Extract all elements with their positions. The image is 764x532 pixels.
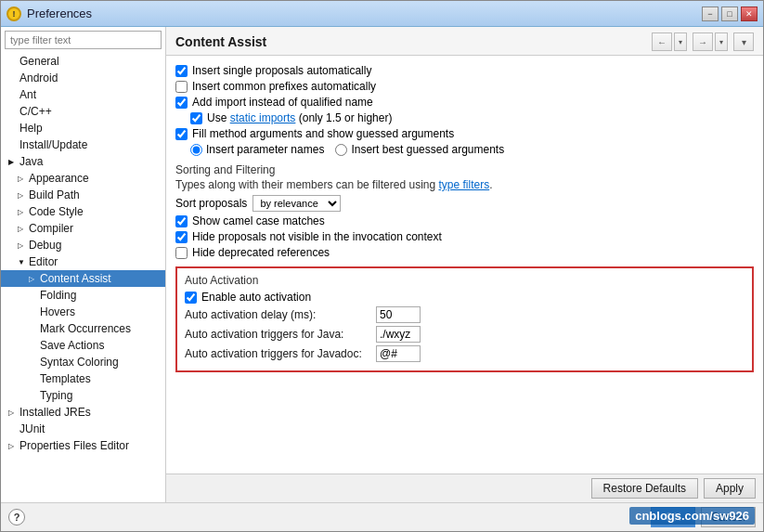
sort-label: Sort proposals [175, 197, 247, 210]
activation-java-label: Auto activation triggers for Java: [185, 328, 370, 341]
checkbox-enable-auto: Enable auto activation [185, 291, 745, 304]
tree-item-cpp[interactable]: C/C++ [1, 103, 165, 120]
restore-defaults-button[interactable]: Restore Defaults [591, 478, 698, 499]
checkbox-fill-method-label: Fill method arguments and show guessed a… [192, 127, 454, 140]
radio-option1: Insert parameter names [190, 143, 324, 156]
tree-item-appearance[interactable]: ▷Appearance [1, 170, 165, 187]
preferences-window: ! Preferences − □ ✕ General Android Ant … [0, 0, 764, 532]
help-icon[interactable]: ? [8, 509, 25, 526]
sort-select[interactable]: by relevance alphabetically [253, 195, 341, 212]
tree-container: General Android Ant C/C++ Help Install/U… [1, 53, 165, 502]
type-filters-link[interactable]: type filters [438, 178, 489, 191]
title-bar: ! Preferences − □ ✕ [1, 1, 763, 27]
tree-item-ant[interactable]: Ant [1, 86, 165, 103]
tree-item-installedjres[interactable]: ▷Installed JREs [1, 404, 165, 421]
close-button[interactable]: ✕ [741, 6, 758, 21]
minimize-button[interactable]: − [702, 6, 719, 21]
cancel-button[interactable]: Cancel [701, 507, 756, 527]
checkbox-enable-auto-label: Enable auto activation [201, 291, 311, 304]
checkbox-hide-deprecated-input[interactable] [175, 247, 188, 259]
tree-item-hovers[interactable]: Hovers [1, 304, 165, 320]
tree-item-markoccurrences[interactable]: Mark Occurrences [1, 320, 165, 337]
activation-java-row: Auto activation triggers for Java: [185, 326, 745, 343]
checkbox-hide-deprecated-label: Hide deprecated references [192, 246, 330, 259]
tree-item-propfiles[interactable]: ▷Properties Files Editor [1, 437, 165, 454]
activation-delay-input[interactable] [376, 306, 421, 323]
tree-item-android[interactable]: Android [1, 70, 165, 86]
nav-back-dropdown[interactable]: ▾ [674, 32, 687, 51]
tree-item-buildpath[interactable]: ▷Build Path [1, 187, 165, 203]
tree-item-general[interactable]: General [1, 53, 165, 70]
maximize-button[interactable]: □ [721, 6, 738, 21]
checkbox-use-static-input[interactable] [190, 112, 202, 124]
tree-arrow: ▷ [8, 409, 18, 417]
checkbox-enable-auto-input[interactable] [185, 292, 197, 304]
warning-icon: ! [6, 6, 21, 21]
tree-item-install[interactable]: Install/Update [1, 136, 165, 153]
checkbox-camel-input[interactable] [175, 215, 188, 227]
filter-input[interactable] [5, 31, 162, 49]
checkbox-insert-single-label: Insert single proposals automatically [192, 64, 371, 77]
nav-back-button[interactable]: ← [652, 32, 672, 51]
title-bar-left: ! Preferences [6, 6, 92, 21]
tree-arrow: ▷ [18, 208, 27, 216]
tree-item-syntaxcoloring[interactable]: Syntax Coloring [1, 354, 165, 370]
sorting-desc: Types along with their members can be fi… [175, 178, 754, 191]
checkbox-hide-invocation: Hide proposals not visible in the invoca… [175, 230, 754, 243]
radio-insert-guessed-input[interactable] [335, 144, 347, 156]
tree-item-folding[interactable]: Folding [1, 287, 165, 304]
nav-forward-dropdown[interactable]: ▾ [715, 32, 728, 51]
checkbox-add-import-input[interactable] [175, 97, 188, 109]
right-panel: Content Assist ← ▾ → ▾ ▾ Insert single p… [166, 27, 763, 502]
panel-header: Content Assist ← ▾ → ▾ ▾ [166, 27, 763, 56]
tree-item-codestyle[interactable]: ▷Code Style [1, 203, 165, 220]
activation-javadoc-row: Auto activation triggers for Javadoc: [185, 345, 745, 362]
checkbox-insert-common-label: Insert common prefixes automatically [192, 80, 376, 93]
panel-content: Insert single proposals automatically In… [166, 56, 763, 474]
nav-buttons: ← ▾ → ▾ ▾ [652, 32, 754, 51]
checkbox-hide-invocation-input[interactable] [175, 231, 188, 243]
tree-arrow: ▶ [8, 158, 18, 166]
checkbox-add-import-label: Add import instead of qualified name [192, 96, 373, 109]
sort-row: Sort proposals by relevance alphabetical… [175, 195, 754, 212]
radio-insert-param-input[interactable] [190, 144, 202, 156]
checkbox-insert-single: Insert single proposals automatically [175, 64, 754, 77]
checkbox-camel-label: Show camel case matches [192, 214, 325, 227]
checkbox-insert-single-input[interactable] [175, 65, 188, 77]
checkbox-hide-deprecated: Hide deprecated references [175, 246, 754, 259]
tree-item-saveactions[interactable]: Save Actions [1, 337, 165, 354]
checkbox-insert-common: Insert common prefixes automatically [175, 80, 754, 93]
activation-java-input[interactable] [376, 326, 421, 343]
tree-item-contentassist[interactable]: ▷Content Assist [1, 270, 165, 287]
radio-group: Insert parameter names Insert best guess… [190, 143, 754, 156]
tree-item-templates[interactable]: Templates [1, 370, 165, 387]
checkbox-hide-invocation-label: Hide proposals not visible in the invoca… [192, 230, 442, 243]
static-imports-link[interactable]: static imports [230, 111, 296, 124]
tree-arrow: ▼ [18, 258, 27, 266]
auto-activation-title: Auto Activation [185, 274, 745, 287]
checkbox-camel: Show camel case matches [175, 214, 754, 227]
tree-item-compiler[interactable]: ▷Compiler [1, 220, 165, 237]
checkbox-fill-method: Fill method arguments and show guessed a… [175, 127, 754, 140]
tree-arrow: ▷ [18, 225, 27, 233]
activation-javadoc-input[interactable] [376, 345, 421, 362]
sorting-title: Sorting and Filtering [175, 163, 754, 176]
tree-arrow: ▷ [18, 191, 27, 200]
radio-option2: Insert best guessed arguments [335, 143, 504, 156]
window-title: Preferences [27, 6, 92, 20]
bottom-panel: Restore Defaults Apply [166, 474, 763, 502]
checkbox-use-static-label: Use static imports (only 1.5 or higher) [207, 111, 392, 124]
window-controls: − □ ✕ [702, 6, 758, 21]
tree-item-editor[interactable]: ▼Editor [1, 253, 165, 270]
checkbox-fill-method-input[interactable] [175, 128, 188, 140]
nav-menu-button[interactable]: ▾ [733, 32, 754, 51]
tree-item-junit[interactable]: JUnit [1, 421, 165, 437]
ok-button[interactable]: OK [651, 507, 694, 527]
tree-item-typing[interactable]: Typing [1, 387, 165, 404]
apply-button[interactable]: Apply [704, 478, 756, 499]
checkbox-insert-common-input[interactable] [175, 81, 188, 93]
nav-forward-button[interactable]: → [693, 32, 713, 51]
tree-item-java[interactable]: ▶Java [1, 153, 165, 170]
tree-item-help[interactable]: Help [1, 120, 165, 136]
tree-item-debug[interactable]: ▷Debug [1, 237, 165, 253]
